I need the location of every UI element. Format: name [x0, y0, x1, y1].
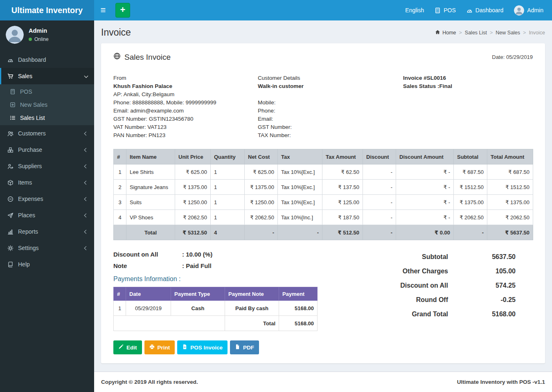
from-block: From Khush Fashion Palace AP: Ankali, Ci…	[113, 74, 258, 140]
from-vat: VAT Number: VAT123	[113, 123, 258, 131]
totals-summary: Subtotal 5637.50 Other Charges 105.00 Di…	[369, 251, 533, 354]
breadcrumb-sales-list[interactable]: Sales List	[465, 30, 487, 36]
content-wrapper: Invoice Home > Sales List > New Sales > …	[94, 20, 552, 372]
sidebar-item-places[interactable]: Places	[0, 207, 94, 223]
sidebar-item-items[interactable]: Items	[0, 174, 94, 191]
sidebar-item-sales[interactable]: Sales	[0, 68, 94, 84]
breadcrumb-home[interactable]: Home	[435, 29, 456, 36]
cell: -	[363, 225, 396, 240]
cell-item-name: Lee Shirts	[126, 164, 175, 180]
sidebar-toggle-button[interactable]: ≡	[94, 0, 112, 20]
sidebar-item-label: Dashboard	[18, 56, 46, 63]
cell-discount: -	[363, 164, 396, 180]
top-navbar: Ultimate Inventory ≡ + English POS Dashb…	[0, 0, 552, 20]
customer-email: Email:	[258, 115, 403, 123]
column-header: Unit Price	[175, 149, 211, 164]
items-table: # Item Name Unit Price Quantity Net Cost…	[113, 149, 533, 240]
column-header: Discount	[363, 149, 396, 164]
cell-discount-amount: ₹ -	[396, 164, 454, 180]
sidebar-item-settings[interactable]: Settings	[0, 240, 94, 256]
nav-user-label: Admin	[527, 7, 543, 14]
sidebar-item-customers[interactable]: Customers	[0, 125, 94, 142]
nav-dashboard[interactable]: Dashboard	[461, 0, 509, 20]
sidebar-avatar	[6, 26, 24, 44]
cell-total-amount: ₹ 687.50	[487, 164, 533, 180]
cell-discount-amount: ₹ -	[396, 180, 454, 195]
chevron-left-icon	[84, 164, 88, 168]
sidebar-item-dashboard[interactable]: Dashboard	[0, 52, 94, 68]
nav-pos[interactable]: POS	[429, 0, 461, 20]
sidebar-item-reports[interactable]: Reports	[0, 223, 94, 240]
cell	[114, 316, 225, 331]
payments-heading: Payments Information :	[113, 275, 369, 283]
cell-item-name: VP Shoes	[126, 210, 175, 225]
note-label: Note	[113, 262, 182, 269]
pdf-button[interactable]: PDF	[230, 340, 259, 354]
sidebar-item-suppliers[interactable]: Suppliers	[0, 158, 94, 174]
user-avatar-icon	[514, 5, 524, 16]
cell-quantity: 1	[211, 164, 245, 180]
nav-dashboard-label: Dashboard	[475, 7, 504, 14]
table-row: 1 Lee Shirts ₹ 625.00 1 ₹ 625.00 Tax 10%…	[114, 164, 533, 180]
cell-index: 4	[114, 210, 126, 225]
sidebar-item-purchase[interactable]: Purchase	[0, 142, 94, 158]
cell	[114, 225, 126, 240]
cell-tax-amount: ₹ 137.50	[322, 180, 363, 195]
sidebar-item-label: Purchase	[18, 146, 42, 153]
cell-total-label: Total	[126, 225, 175, 240]
sidebar-item-pos[interactable]: POS	[0, 85, 94, 98]
brand-logo[interactable]: Ultimate Inventory	[0, 0, 94, 20]
items-table-header-row: # Item Name Unit Price Quantity Net Cost…	[114, 149, 533, 164]
summary-value: 5637.50	[448, 253, 516, 261]
menu-icon: ≡	[101, 5, 106, 16]
cell-net-cost: ₹ 1375.00	[245, 180, 278, 195]
footer-version: Ultimate Inventory with POS -v1.1	[457, 379, 545, 385]
cell-payment-amount: 5168.00	[279, 301, 318, 316]
summary-row: Round Off -0.25	[369, 296, 516, 304]
cell-net-cost: ₹ 1250.00	[245, 195, 278, 210]
column-header: Date	[126, 287, 171, 301]
list-icon	[9, 115, 16, 121]
app-root: Ultimate Inventory ≡ + English POS Dashb…	[0, 0, 552, 392]
cell-payment-index: 1	[114, 301, 126, 316]
cell-subtotal: ₹ 1375.00	[454, 195, 487, 210]
sales-submenu: POS New Sales Sales List	[0, 84, 94, 125]
spacer	[258, 90, 403, 99]
home-icon	[435, 29, 440, 36]
nav-user[interactable]: Admin	[509, 0, 549, 20]
cell-quantity: 1	[211, 180, 245, 195]
cell-total-amount: ₹ 1375.00	[487, 195, 533, 210]
column-header: Item Name	[126, 149, 175, 164]
customer-name: Walk-in customer	[258, 82, 403, 90]
note-row: Note : Paid Full	[113, 262, 369, 269]
table-row: 3 Suits ₹ 1250.00 1 ₹ 1250.00 Tax 10%[Ex…	[114, 195, 533, 210]
sidebar-item-sales-list[interactable]: Sales List	[0, 111, 94, 124]
sidebar-item-new-sales[interactable]: New Sales	[0, 98, 94, 111]
summary-label: Grand Total	[412, 311, 448, 318]
sidebar-item-help[interactable]: Help	[0, 256, 94, 273]
sidebar-item-label: New Sales	[20, 101, 47, 108]
breadcrumb-current: Invoice	[529, 30, 545, 36]
summary-label: Subtotal	[422, 253, 448, 261]
user-name: Admin	[29, 27, 49, 34]
cell-payments-total-value: 5168.00	[279, 316, 318, 331]
column-header: Total Amount	[487, 149, 533, 164]
add-button[interactable]: +	[115, 3, 130, 18]
cube-icon	[7, 180, 14, 186]
summary-row: Subtotal 5637.50	[369, 253, 516, 261]
discount-on-all-row: Discount on All : 10.00 (%)	[113, 251, 369, 258]
nav-language[interactable]: English	[400, 0, 429, 20]
pos-invoice-button[interactable]: POS Invoice	[177, 340, 228, 354]
online-status-icon	[29, 38, 32, 41]
calculator-icon	[435, 7, 441, 14]
cell-quantity: 1	[211, 210, 245, 225]
sidebar-item-expenses[interactable]: Expenses	[0, 191, 94, 207]
edit-button[interactable]: Edit	[113, 340, 142, 354]
sidebar-item-label: POS	[20, 88, 32, 95]
payment-row: 1 05/29/2019 Cash Paid By cash 5168.00	[114, 301, 318, 316]
print-button[interactable]: Print	[144, 340, 175, 354]
sales-status: Sales Status :Final	[403, 82, 452, 90]
sidebar: Admin Online Dashboard Sales	[0, 20, 94, 392]
below-table-section: Discount on All : 10.00 (%) Note : Paid …	[113, 251, 533, 354]
breadcrumb-new-sales[interactable]: New Sales	[496, 30, 520, 36]
